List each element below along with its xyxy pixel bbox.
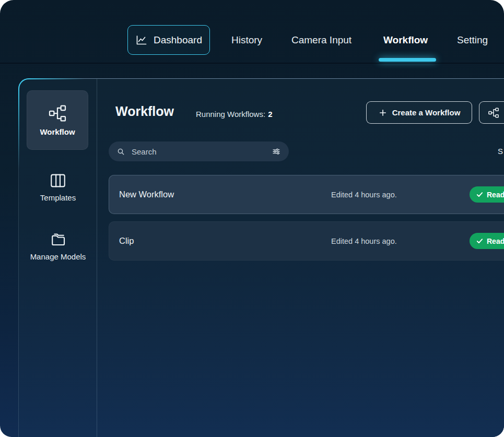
running-workflows-count: 2 <box>268 110 272 119</box>
create-workflow-button[interactable]: Create a Workflow <box>366 101 472 124</box>
workflow-nodes-icon <box>488 107 499 119</box>
check-icon <box>476 191 484 198</box>
nav-divider <box>0 63 504 64</box>
workflow-nodes-icon <box>48 104 67 123</box>
page-title: Workflow <box>115 104 174 119</box>
plus-icon <box>378 108 388 117</box>
status-badge-label: Ready <box>487 191 504 199</box>
create-workflow-label: Create a Workflow <box>392 108 461 117</box>
active-tab-indicator <box>379 58 436 62</box>
search-input[interactable] <box>131 147 266 157</box>
sidebar-item-manage-models-label: Manage Models <box>30 252 86 262</box>
status-badge: Ready <box>470 233 504 249</box>
folder-icon <box>49 231 67 249</box>
workflow-tools-button[interactable] <box>479 101 504 124</box>
workflow-row[interactable]: Clip Edited 4 hours ago. Ready <box>109 221 504 261</box>
tab-camera-input[interactable]: Camera Input <box>291 32 351 48</box>
status-badge-label: Ready <box>487 237 504 245</box>
sliders-icon[interactable] <box>272 147 281 156</box>
tab-dashboard[interactable]: Dashboard <box>127 25 210 55</box>
tab-dashboard-label: Dashboard <box>154 34 202 46</box>
status-badge: Ready <box>470 186 504 203</box>
sidebar: Workflow Templates Man <box>19 79 97 437</box>
tab-workflow[interactable]: Workflow <box>383 32 428 48</box>
running-workflows-status: Running Workflows:2 <box>196 110 272 119</box>
tab-history[interactable]: History <box>231 32 262 48</box>
search-bar <box>109 141 289 161</box>
app-window: Dashboard History Camera Input Workflow … <box>0 0 504 437</box>
main-content: Workflow Running Workflows:2 Create a Wo… <box>97 79 504 437</box>
content-panel: Workflow Templates Man <box>18 78 504 437</box>
workflow-row[interactable]: New Workflow Edited 4 hours ago. Ready <box>109 175 504 214</box>
workflow-row-edited: Edited 4 hours ago. <box>331 237 397 245</box>
sort-label-truncated[interactable]: S <box>498 147 503 156</box>
check-icon <box>476 237 484 245</box>
top-nav: Dashboard History Camera Input Workflow … <box>0 0 504 63</box>
sidebar-item-templates[interactable]: Templates <box>19 172 97 203</box>
sidebar-item-workflow-label: Workflow <box>40 127 75 137</box>
tab-setting[interactable]: Setting <box>457 32 488 48</box>
line-chart-icon <box>135 34 148 46</box>
magnifier-icon <box>116 147 125 156</box>
sidebar-item-templates-label: Templates <box>40 193 76 203</box>
columns-icon <box>49 172 67 190</box>
sidebar-item-workflow[interactable]: Workflow <box>27 90 88 150</box>
workflow-row-edited: Edited 4 hours ago. <box>331 191 397 199</box>
workflow-row-title: Clip <box>119 236 134 246</box>
sidebar-item-manage-models[interactable]: Manage Models <box>19 231 97 262</box>
running-workflows-label: Running Workflows: <box>196 110 265 119</box>
workflow-row-title: New Workflow <box>119 190 174 199</box>
